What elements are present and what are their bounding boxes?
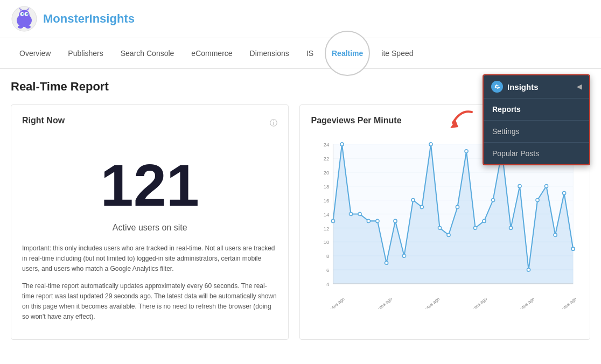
right-now-header: Right Now ⓘ <box>22 116 277 131</box>
logo-prefix: Monster <box>43 12 89 25</box>
insights-header[interactable]: Insights ◀ <box>484 75 589 98</box>
pageviews-title: Pageviews Per Minute <box>311 116 401 125</box>
svg-text:22: 22 <box>324 156 329 162</box>
logo-text: MonsterInsights <box>43 12 135 26</box>
svg-point-53 <box>429 143 432 146</box>
svg-text:10: 10 <box>324 240 329 245</box>
svg-point-51 <box>411 198 415 201</box>
svg-text:6: 6 <box>326 268 329 273</box>
svg-point-55 <box>447 233 450 236</box>
nav-realtime[interactable]: Realtime <box>322 38 373 68</box>
nav-is[interactable]: IS <box>298 43 322 64</box>
insights-header-left: Insights <box>491 81 539 93</box>
svg-text:8: 8 <box>326 254 329 259</box>
svg-point-46 <box>367 219 371 222</box>
svg-text:24: 24 <box>324 142 329 148</box>
insights-chevron: ◀ <box>577 83 582 90</box>
svg-text:10 minutes ago: 10 minutes ago <box>462 296 488 309</box>
svg-point-8 <box>27 13 28 15</box>
svg-point-48 <box>385 261 388 264</box>
svg-point-44 <box>350 212 353 215</box>
svg-text:18: 18 <box>324 184 329 190</box>
insights-header-label: Insights <box>507 82 539 92</box>
svg-point-58 <box>474 226 477 229</box>
svg-text:15 minutes ago: 15 minutes ago <box>414 296 441 309</box>
svg-text:14: 14 <box>324 212 329 218</box>
svg-point-54 <box>438 226 442 229</box>
right-now-panel: Right Now ⓘ 121 Active users on site Imp… <box>11 104 289 340</box>
right-now-title: Right Now <box>22 116 65 125</box>
svg-point-69 <box>572 247 575 250</box>
svg-point-64 <box>527 268 530 271</box>
insights-dropdown[interactable]: Insights ◀ Reports Settings Popular Post… <box>483 74 590 165</box>
main-nav: Overview Publishers Search Console eComm… <box>0 38 601 69</box>
svg-point-43 <box>340 143 344 146</box>
svg-text:4: 4 <box>326 282 329 287</box>
svg-point-47 <box>376 219 379 222</box>
svg-point-65 <box>536 198 539 201</box>
svg-point-2 <box>19 10 30 20</box>
svg-point-67 <box>554 233 557 236</box>
page-content: Real-Time Report Right Now ⓘ 121 Active … <box>0 69 601 351</box>
svg-text:20: 20 <box>324 170 329 176</box>
nav-publishers[interactable]: Publishers <box>59 43 111 64</box>
insights-menu: Reports Settings Popular Posts <box>484 98 589 164</box>
insights-gear-icon <box>491 81 503 93</box>
insights-menu-reports[interactable]: Reports <box>484 98 589 120</box>
svg-point-7 <box>23 13 24 15</box>
insights-menu-settings[interactable]: Settings <box>484 120 589 142</box>
svg-point-49 <box>394 219 397 222</box>
nav-dimensions[interactable]: Dimensions <box>241 43 298 64</box>
nav-search-console[interactable]: Search Console <box>112 43 183 64</box>
right-now-info-icon[interactable]: ⓘ <box>270 118 277 128</box>
svg-point-60 <box>492 198 495 201</box>
nav-ecommerce[interactable]: eCommerce <box>183 43 241 64</box>
svg-text:25 minutes ago: 25 minutes ago <box>319 296 346 309</box>
logo-area: MonsterInsights <box>11 5 135 32</box>
svg-point-63 <box>518 185 521 188</box>
right-now-note1: Important: this only includes users who … <box>22 243 277 275</box>
svg-point-59 <box>483 219 486 222</box>
svg-point-11 <box>18 25 23 29</box>
svg-point-52 <box>421 205 424 208</box>
svg-text:20 minutes ago: 20 minutes ago <box>367 296 394 309</box>
svg-point-12 <box>25 25 31 29</box>
svg-point-50 <box>403 254 406 257</box>
insights-menu-popular-posts[interactable]: Popular Posts <box>484 142 589 164</box>
svg-point-62 <box>509 226 513 229</box>
svg-point-68 <box>563 191 566 194</box>
svg-point-56 <box>456 205 459 208</box>
nav-overview[interactable]: Overview <box>11 43 59 64</box>
logo-icon <box>11 5 38 32</box>
svg-text:5 minutes ago: 5 minutes ago <box>511 296 536 309</box>
right-now-note2: The real-time report automatically updat… <box>22 281 277 323</box>
svg-point-57 <box>465 150 468 153</box>
active-users-label: Active users on site <box>22 223 277 233</box>
header: MonsterInsights <box>0 0 601 38</box>
logo-suffix: Insights <box>89 12 135 25</box>
svg-text:0 minutes ago: 0 minutes ago <box>553 296 578 309</box>
svg-point-66 <box>545 185 548 188</box>
nav-site-speed[interactable]: ite Speed <box>373 43 422 64</box>
red-arrow-annotation <box>434 107 477 135</box>
svg-text:16: 16 <box>324 198 329 204</box>
svg-point-45 <box>358 212 361 215</box>
active-users-count: 121 <box>22 152 277 218</box>
svg-text:12: 12 <box>324 226 329 232</box>
